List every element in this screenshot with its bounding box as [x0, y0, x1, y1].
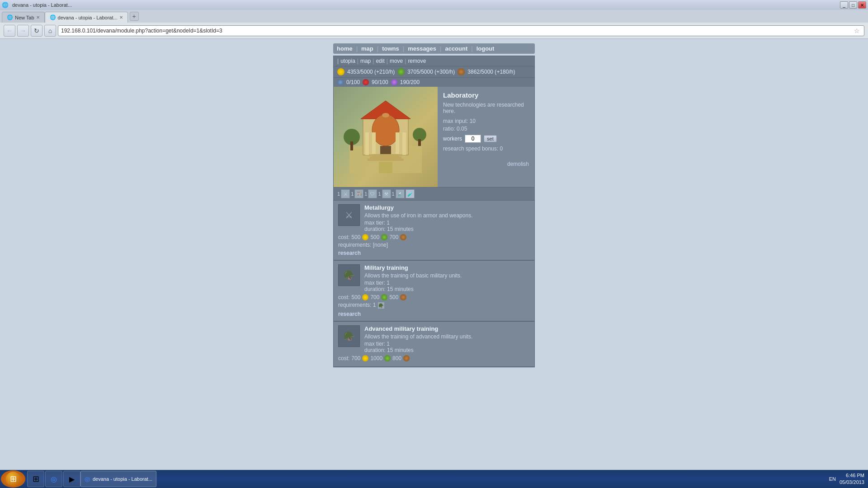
metallurgy-duration: duration: 15 minutes — [364, 226, 530, 232]
research-speed: research speed bonus: 0 — [443, 145, 529, 152]
svg-rect-7 — [396, 132, 399, 155]
taskbar-pinned-apps: ⊞ ◎ ▶ — [27, 470, 80, 488]
nav-map[interactable]: map — [361, 45, 373, 52]
tab-devana[interactable]: 🌐 devana - utopia - Laborat... ✕ — [45, 12, 128, 23]
main-container: | utopia | map | edit | move | remove — [333, 56, 535, 367]
advanced-military-duration: duration: 15 minutes — [364, 347, 530, 353]
taskbar-open-chrome[interactable]: ◎ devana - utopia - Laborat... — [80, 471, 156, 487]
military-wood-icon — [400, 294, 406, 300]
new-tab-button[interactable]: + — [130, 12, 139, 21]
wood-cost-icon — [400, 234, 406, 240]
tab-new-tab[interactable]: 🌐 New Tab ✕ — [2, 12, 45, 23]
nav-home[interactable]: home — [337, 45, 353, 52]
slot-icon-1: ⚔ — [341, 189, 350, 198]
slot-item-5[interactable]: 🔬 — [396, 189, 405, 198]
advanced-military-name: Advanced military training — [364, 325, 530, 332]
tab-close-devana-icon[interactable]: ✕ — [119, 15, 123, 20]
svg-rect-16 — [418, 139, 421, 146]
sub-nav-move[interactable]: move — [390, 58, 403, 64]
sub-nav-map[interactable]: map — [360, 58, 371, 64]
workers-input[interactable] — [465, 135, 481, 143]
building-description: New technologies are researched here. — [443, 102, 529, 114]
forward-button[interactable]: → — [17, 25, 29, 37]
slot-icon-5: 🔬 — [396, 189, 405, 198]
nav-account[interactable]: account — [445, 45, 467, 52]
open-app-label: devana - utopia - Laborat... — [93, 476, 152, 482]
sub-nav: | utopia | map | edit | move | remove — [334, 56, 534, 66]
svg-point-4 — [382, 113, 389, 117]
address-input[interactable] — [61, 28, 852, 34]
military-food-icon — [381, 294, 387, 300]
metallurgy-name: Metallurgy — [364, 204, 530, 211]
military-req: requirements: 1 🪖 — [338, 302, 530, 309]
nav-logout[interactable]: logout — [476, 45, 495, 52]
close-button[interactable]: ✕ — [858, 1, 866, 9]
building-title: Laboratory — [443, 91, 529, 99]
slot-item-3[interactable]: 🛡 — [368, 189, 377, 198]
nav-messages[interactable]: messages — [408, 45, 436, 52]
refresh-button[interactable]: ↻ — [31, 25, 42, 37]
building-section: Laboratory New technologies are research… — [334, 87, 534, 187]
sub-nav-edit[interactable]: edit — [376, 58, 384, 64]
tab-favicon: 🌐 — [7, 14, 13, 20]
slots-bar: 1 ⚔ 1 🏹 1 🛡 1 ⚒ — [334, 187, 534, 200]
taskbar-right: EN 6:46 PM 05/03/2013 — [829, 472, 868, 486]
demolish-link[interactable]: demolish — [443, 161, 529, 167]
military-duration: duration: 15 minutes — [364, 286, 530, 292]
gold-icon — [337, 68, 344, 75]
home-button[interactable]: ⌂ — [44, 25, 56, 37]
sub-nav-utopia[interactable]: utopia — [340, 58, 355, 64]
tab-favicon-devana: 🌐 — [50, 14, 56, 20]
military-desc: Allows the training of basic military un… — [364, 272, 530, 279]
taskbar-app-chrome[interactable]: ◎ — [45, 471, 62, 487]
workers-row: workers set — [443, 135, 529, 143]
address-bar[interactable]: ☆ — [58, 25, 864, 36]
building-info: Laboratory New technologies are research… — [438, 87, 534, 187]
wood-amount: 3862/5000 (+180/h) — [467, 69, 515, 75]
maximize-button[interactable]: □ — [849, 1, 857, 9]
slot-item-1[interactable]: ⚔ — [341, 189, 350, 198]
building-max-input: max input: 10 — [443, 118, 529, 124]
minimize-button[interactable]: _ — [840, 1, 848, 9]
military-research-link[interactable]: research — [338, 311, 361, 317]
attack-icon — [363, 79, 369, 85]
start-button[interactable]: ⊞ — [1, 470, 25, 488]
metallurgy-research-link[interactable]: research — [338, 250, 361, 256]
bookmark-icon[interactable]: ☆ — [852, 26, 861, 35]
population-icon — [337, 79, 344, 85]
open-app-icon: ◎ — [85, 475, 90, 483]
adv-gold-icon — [362, 355, 368, 361]
taskbar-app-windows[interactable]: ⊞ — [27, 471, 44, 487]
metallurgy-details: Metallurgy Allows the use of iron in arm… — [364, 204, 530, 232]
tab-close-icon[interactable]: ✕ — [36, 15, 40, 20]
gold-amount: 4353/5000 (+210/h) — [347, 69, 395, 75]
advanced-military-cost: cost: 700 1000 800 — [338, 355, 530, 361]
slot-item-2[interactable]: 🏹 — [354, 189, 363, 198]
set-workers-button[interactable]: set — [484, 135, 497, 142]
advanced-military-desc: Allows the training of advanced military… — [364, 333, 530, 340]
adv-wood-icon — [403, 355, 410, 361]
chrome-icon: ◎ — [51, 475, 57, 483]
svg-point-3 — [372, 114, 399, 146]
slot-icon-4: ⚒ — [382, 189, 391, 198]
nav-towns[interactable]: towns — [382, 45, 399, 52]
military-cost: cost: 500 700 500 — [338, 294, 530, 300]
slot-item-active[interactable]: 🧪 — [406, 189, 415, 198]
game-nav: home | map | towns | messages | account … — [333, 43, 535, 54]
slot-item-4[interactable]: ⚒ — [382, 189, 391, 198]
metallurgy-cost: cost: 500 500 700 — [338, 234, 530, 240]
population-stat: 0/100 — [346, 79, 360, 85]
research-item-metallurgy: ⚔ Metallurgy Allows the use of iron in a… — [334, 201, 534, 260]
gold-cost-icon — [362, 234, 368, 240]
research-item-military: 🪖 Military training Allows the training … — [334, 261, 534, 321]
tab-label: New Tab — [15, 15, 34, 20]
back-button[interactable]: ← — [4, 25, 15, 37]
metallurgy-tier: max tier: 1 — [364, 220, 530, 226]
windows-icon: ⊞ — [33, 474, 39, 484]
svg-rect-11 — [370, 156, 401, 159]
magic-icon — [391, 79, 397, 85]
taskbar-app-media[interactable]: ▶ — [63, 471, 80, 487]
sub-nav-remove[interactable]: remove — [408, 58, 426, 64]
resources-bar: 4353/5000 (+210/h) 3705/5000 (+300/h) 38… — [334, 66, 534, 77]
military-gold-icon — [362, 294, 368, 300]
